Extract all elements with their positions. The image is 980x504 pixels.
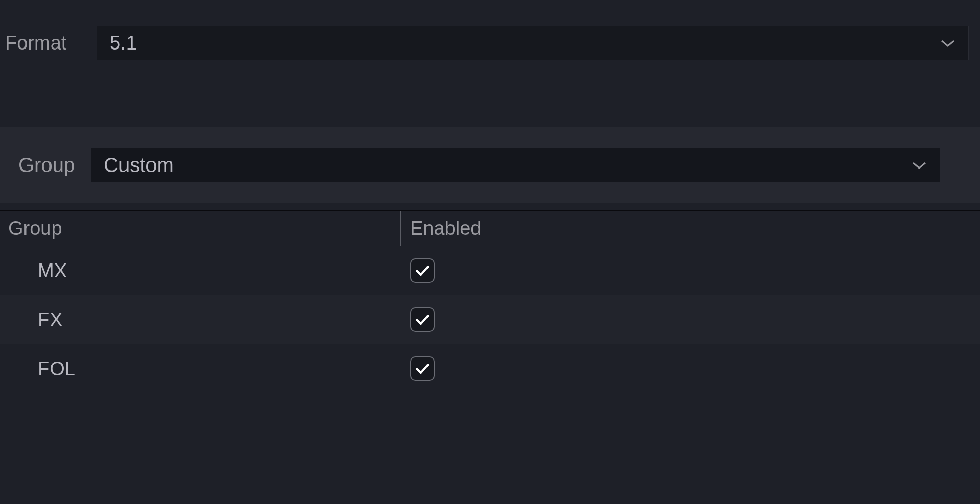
- format-label: Format: [5, 32, 82, 54]
- table-row[interactable]: FOL: [0, 344, 980, 393]
- chevron-down-icon: [911, 160, 927, 170]
- row-group-name: FOL: [0, 350, 401, 388]
- groups-table: Group Enabled MX FX FOL: [0, 210, 980, 393]
- header-group[interactable]: Group: [0, 211, 401, 246]
- format-dropdown-value: 5.1: [110, 32, 137, 54]
- enabled-checkbox[interactable]: [410, 356, 435, 381]
- chevron-down-icon: [940, 38, 956, 48]
- group-dropdown[interactable]: Custom: [91, 148, 940, 182]
- header-enabled[interactable]: Enabled: [401, 211, 980, 246]
- row-enabled-cell: [401, 348, 980, 389]
- format-dropdown[interactable]: 5.1: [97, 26, 969, 60]
- row-group-name: MX: [0, 252, 401, 290]
- group-section: Group Custom: [0, 127, 980, 203]
- group-dropdown-value: Custom: [104, 154, 174, 177]
- format-section: Format 5.1: [0, 0, 980, 65]
- group-label: Group: [18, 154, 79, 177]
- enabled-checkbox[interactable]: [410, 307, 435, 332]
- table-header: Group Enabled: [0, 211, 980, 246]
- enabled-checkbox[interactable]: [410, 258, 435, 283]
- table-row[interactable]: MX: [0, 246, 980, 295]
- table-row[interactable]: FX: [0, 295, 980, 344]
- row-enabled-cell: [401, 250, 980, 291]
- spacer: [0, 65, 980, 127]
- row-group-name: FX: [0, 301, 401, 339]
- row-enabled-cell: [401, 299, 980, 340]
